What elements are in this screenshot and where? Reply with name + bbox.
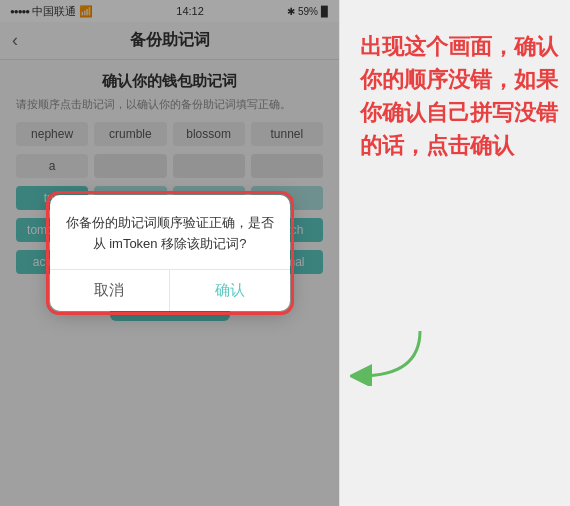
dialog-wrapper: 你备份的助记词顺序验证正确，是否从 imToken 移除该助记词? 取消 确认 [50, 195, 290, 311]
phone-screen: ●●●●● 中国联通 📶 14:12 ✱ 59% ▉ ‹ 备份助记词 确认你的钱… [0, 0, 340, 506]
dialog-actions: 取消 确认 [50, 269, 290, 311]
dialog: 你备份的助记词顺序验证正确，是否从 imToken 移除该助记词? 取消 确认 [50, 195, 290, 311]
annotation-text: 出现这个画面，确认你的顺序没错，如果你确认自己拼写没错的话，点击确认 [360, 30, 560, 162]
dialog-cancel-button[interactable]: 取消 [50, 270, 171, 311]
dialog-confirm-button[interactable]: 确认 [170, 270, 290, 311]
arrow-icon [350, 326, 430, 386]
dialog-body: 你备份的助记词顺序验证正确，是否从 imToken 移除该助记词? [50, 195, 290, 269]
annotation-area: 出现这个画面，确认你的顺序没错，如果你确认自己拼写没错的话，点击确认 [340, 0, 570, 506]
dialog-overlay: 你备份的助记词顺序验证正确，是否从 imToken 移除该助记词? 取消 确认 [0, 0, 339, 506]
dialog-message: 你备份的助记词顺序验证正确，是否从 imToken 移除该助记词? [66, 213, 274, 255]
